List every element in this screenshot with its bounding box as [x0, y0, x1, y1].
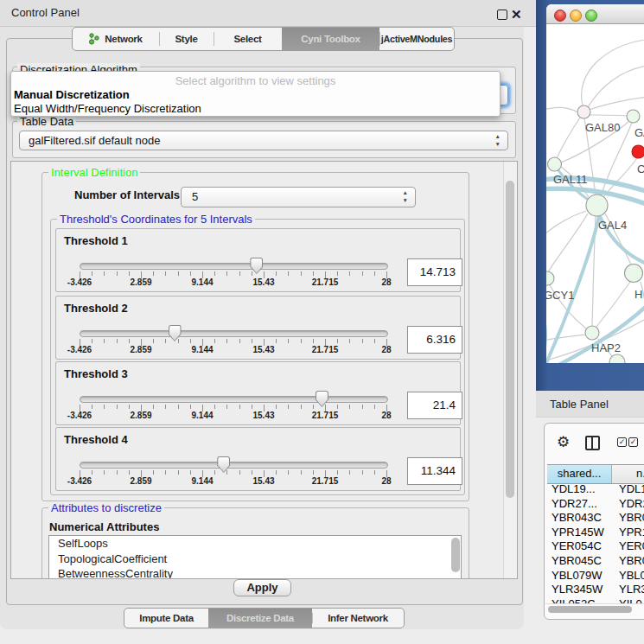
- tick-label: 15.43: [238, 277, 290, 287]
- app-root: Control Panel ✕ Network Style Select Cyn…: [0, 0, 644, 644]
- table-row[interactable]: YBR045CYBR0: [547, 554, 644, 569]
- tick-label: -3.426: [54, 277, 105, 287]
- attribute-list-item[interactable]: SelfLoops: [49, 536, 461, 552]
- popup-option-equal-width[interactable]: Equal Width/Frequency Discretization: [14, 102, 201, 115]
- table-hscrollbar-thumb[interactable]: [548, 606, 632, 613]
- tick-label: 21.715: [299, 411, 351, 420]
- threshold-slider-track[interactable]: [80, 263, 388, 270]
- control-panel-title: Control Panel: [11, 6, 80, 19]
- threshold-slider-track[interactable]: [80, 396, 388, 403]
- network-node-label: GAL80: [585, 121, 620, 134]
- popup-option-manual[interactable]: Manual Discretization: [14, 88, 130, 101]
- number-of-intervals-label: Number of Intervals: [72, 188, 182, 201]
- tab-label: Select: [233, 34, 261, 44]
- threshold-label: Threshold 1: [64, 234, 128, 247]
- tab-label: Impute Data: [139, 613, 194, 623]
- tab-cyni-toolbox[interactable]: Cyni Toolbox: [282, 28, 379, 50]
- slider-ticks: [80, 271, 387, 276]
- cell-name: YER0: [619, 539, 644, 552]
- attribute-list-item[interactable]: TopologicalCoefficient: [49, 552, 461, 567]
- table-row[interactable]: YDR27...YDR2: [547, 497, 644, 512]
- number-of-intervals-spinner[interactable]: 5 ▲▼: [181, 187, 416, 207]
- cell-shared-name: YLR345W: [552, 583, 603, 596]
- table-data-combo[interactable]: galFiltered.sif default node ▲▼: [19, 131, 508, 150]
- cell-name: YBR0: [619, 511, 644, 524]
- tick-label: 9.144: [176, 345, 228, 354]
- float-window-icon[interactable]: [497, 10, 507, 20]
- threshold-value-input[interactable]: 21.4: [407, 392, 462, 419]
- network-node[interactable]: [627, 110, 640, 123]
- network-node-label: GA: [634, 126, 644, 139]
- tab-style[interactable]: Style: [159, 28, 214, 50]
- tick-label: -3.426: [54, 476, 105, 486]
- tick-label: 21.715: [299, 345, 351, 354]
- tab-impute-data[interactable]: Impute Data: [124, 609, 208, 628]
- table-row[interactable]: YER054CYER0: [547, 539, 644, 554]
- threshold-label: Threshold 2: [64, 302, 128, 315]
- table-row[interactable]: YIL052CYIL0: [547, 597, 644, 603]
- table-data-combo-value: galFiltered.sif default node: [29, 134, 160, 147]
- table-row[interactable]: YDL19...YDL1: [547, 482, 644, 497]
- network-node-label: GAL11: [553, 173, 588, 186]
- close-icon[interactable]: ✕: [511, 7, 522, 22]
- algorithm-dropdown-popup: Select algorithm to view settings Manual…: [10, 71, 501, 117]
- network-window-titlebar: [546, 4, 644, 24]
- table-horizontal-scrollbar[interactable]: [545, 603, 644, 615]
- cell-shared-name: YDL19...: [552, 482, 596, 495]
- zoom-traffic-light[interactable]: [585, 10, 597, 22]
- column-header-shared[interactable]: shared...: [547, 465, 612, 483]
- slider-ticks: [80, 405, 387, 409]
- tick-label: 2.859: [115, 277, 167, 287]
- tick-label: 21.715: [299, 476, 351, 486]
- apply-button[interactable]: Apply: [233, 579, 291, 596]
- network-node[interactable]: [577, 105, 590, 118]
- network-node[interactable]: [625, 265, 643, 283]
- attributes-scrollbar-thumb[interactable]: [451, 538, 460, 572]
- slider-ticks: [80, 339, 387, 343]
- close-traffic-light[interactable]: [554, 10, 566, 22]
- tick-label: -3.426: [54, 411, 105, 420]
- table-row[interactable]: YLR345WYLR3: [547, 583, 644, 597]
- table-panel-title: Table Panel: [550, 398, 609, 411]
- network-canvas[interactable]: GAL80GACGAL11GAL4GCY1HHAP2: [546, 23, 644, 363]
- table-row[interactable]: YPR145WYPR1: [547, 526, 644, 540]
- tab-select[interactable]: Select: [214, 28, 282, 50]
- network-node[interactable]: [546, 271, 554, 285]
- settings-scrollbar-thumb[interactable]: [506, 181, 514, 498]
- column-header-name[interactable]: n...: [612, 465, 644, 483]
- cell-shared-name: YBR045C: [552, 554, 602, 567]
- number-of-intervals-value: 5: [192, 190, 198, 203]
- tab-label: jActiveMNodules: [381, 34, 453, 44]
- network-node[interactable]: [548, 157, 562, 171]
- tick-label: 15.43: [238, 411, 290, 420]
- settings-vertical-scrollbar[interactable]: [503, 162, 517, 578]
- gear-icon[interactable]: ⚙: [557, 435, 570, 450]
- threshold-value-input[interactable]: 14.713: [407, 258, 462, 286]
- slider-ticks: [80, 470, 387, 475]
- columns-icon[interactable]: [585, 436, 600, 450]
- tab-network[interactable]: Network: [73, 28, 159, 50]
- minimize-traffic-light[interactable]: [570, 10, 582, 22]
- table-row[interactable]: YBR043CYBR0: [547, 511, 644, 526]
- tick-label: 9.144: [176, 277, 228, 287]
- attributes-list-scrollbar[interactable]: [450, 536, 461, 579]
- top-tab-bar: Network Style Select Cyni Toolbox jActiv…: [72, 27, 455, 51]
- network-node[interactable]: [632, 145, 644, 158]
- checkbox-icon[interactable]: ✓: [617, 437, 627, 447]
- network-node[interactable]: [586, 194, 608, 216]
- threshold-slider-track[interactable]: [80, 462, 388, 469]
- cell-name: YIL0: [619, 597, 642, 603]
- tab-jactivemnodules[interactable]: jActiveMNodules: [379, 28, 454, 50]
- threshold-slider-track[interactable]: [80, 330, 388, 337]
- checkbox-icon[interactable]: ✓: [628, 437, 638, 447]
- threshold-value-input[interactable]: 6.316: [407, 326, 462, 354]
- tab-infer-network[interactable]: Infer Network: [312, 609, 404, 628]
- table-row[interactable]: YBL079WYBL0: [547, 569, 644, 583]
- tick-label: 9.144: [176, 476, 228, 486]
- threshold-value-input[interactable]: 11.344: [407, 457, 462, 485]
- tab-discretize-data[interactable]: Discretize Data: [208, 609, 312, 628]
- cell-name: YPR1: [619, 526, 644, 539]
- network-node[interactable]: [585, 326, 599, 340]
- attribute-list-item[interactable]: BetweennessCentrality: [49, 566, 461, 579]
- tick-label: 2.859: [115, 411, 167, 420]
